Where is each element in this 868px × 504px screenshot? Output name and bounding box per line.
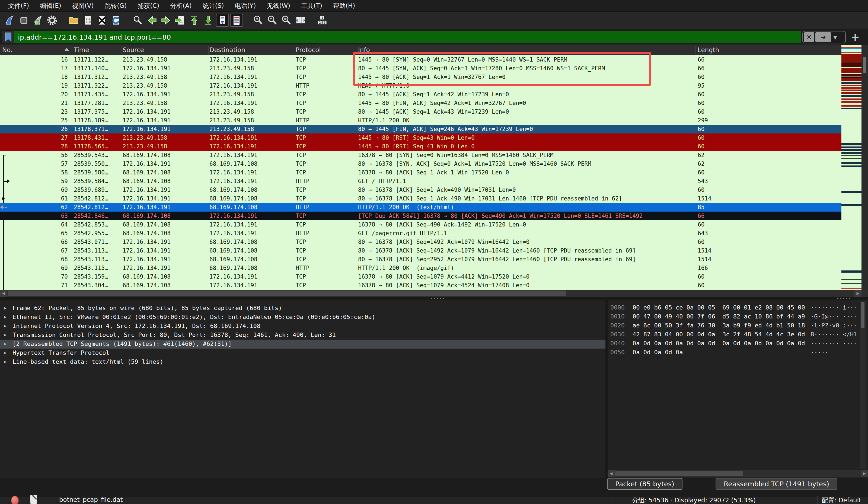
hex-row-0050[interactable]: 00500a 0d 0a 0d 0a·····: [608, 348, 868, 357]
clear-filter-icon[interactable]: ✕: [804, 32, 814, 42]
scrollbar-thumb[interactable]: [8, 290, 566, 296]
detail-line-5[interactable]: ▶Hypertext Transfer Protocol: [0, 349, 606, 358]
packet-row-69[interactable]: 6928543.115…172.16.134.19168.169.174.108…: [0, 264, 841, 272]
expand-arrow-icon[interactable]: ▶: [4, 323, 7, 329]
display-filter-input[interactable]: ip.addr==172.16.134.191 and tcp.port==80: [14, 31, 801, 43]
save-file-icon[interactable]: 01010110: [81, 14, 94, 27]
hex-horizontal-scrollbar[interactable]: ◀ ▶: [608, 470, 868, 477]
packet-row-57[interactable]: 5728539.550…172.16.134.19168.169.174.108…: [0, 160, 841, 168]
hex-row-0040[interactable]: 00400a 0d 0a 0d 0a 0d 0a 0d 0a 0d 0a 0d …: [608, 339, 868, 348]
expand-arrow-icon[interactable]: ▶: [4, 359, 7, 364]
column-header-time[interactable]: Time: [74, 47, 89, 53]
scrollbar-thumb[interactable]: [863, 57, 866, 73]
zoom-in-icon[interactable]: [252, 14, 265, 27]
menu-item-0[interactable]: 文件(F): [3, 1, 34, 11]
scroll-right-icon[interactable]: ▶: [861, 470, 868, 477]
tab-packet-bytes[interactable]: Packet (85 bytes): [607, 478, 682, 490]
zoom-out-icon[interactable]: [266, 14, 279, 27]
menu-item-7[interactable]: 电话(Y): [229, 1, 261, 11]
intelligent-scrollbar-minimap[interactable]: [841, 45, 861, 290]
packet-row-66[interactable]: 6628543.071…172.16.134.19168.169.174.108…: [0, 238, 841, 246]
scrollbar-thumb[interactable]: [861, 302, 865, 328]
packet-row-20[interactable]: 2013171.435…172.16.134.191213.23.49.158T…: [0, 90, 841, 99]
find-packet-icon[interactable]: [131, 14, 144, 27]
go-top-icon[interactable]: [188, 14, 201, 27]
expand-arrow-icon[interactable]: ▶: [4, 341, 7, 347]
packet-row-64[interactable]: 6428542.853…68.169.174.108172.16.134.191…: [0, 220, 841, 229]
zoom-reset-icon[interactable]: [280, 14, 293, 27]
packet-row-27[interactable]: 2713178.431…213.23.49.158172.16.134.191T…: [0, 133, 841, 142]
column-divider[interactable]: [695, 45, 696, 54]
column-divider[interactable]: [71, 45, 71, 54]
packet-row-65[interactable]: 6528542.955…68.169.174.108172.16.134.191…: [0, 229, 841, 238]
packet-row-26[interactable]: 2613178.371…172.16.134.191213.23.49.158T…: [0, 125, 841, 133]
scrollbar-thumb[interactable]: [615, 471, 743, 476]
hex-row-0010[interactable]: 001000 47 00 49 40 00 7f 06 d5 82 ac 10 …: [608, 312, 868, 321]
column-header-proto[interactable]: Protocol: [296, 47, 321, 53]
menu-item-2[interactable]: 视图(V): [67, 1, 99, 11]
column-divider[interactable]: [122, 45, 122, 54]
menu-item-9[interactable]: 工具(T): [296, 1, 328, 11]
expert-info-icon[interactable]: [11, 496, 19, 504]
capture-options-icon[interactable]: [45, 14, 59, 27]
packet-row-56[interactable]: 5628539.543…68.169.174.108172.16.134.191…: [0, 151, 841, 160]
menu-item-10[interactable]: 帮助(H): [328, 1, 361, 11]
reset-layout-icon[interactable]: 123: [316, 14, 329, 27]
expand-arrow-icon[interactable]: ▶: [4, 305, 7, 311]
expand-arrow-icon[interactable]: ▶: [4, 350, 7, 356]
packet-list-vertical-scrollbar[interactable]: [861, 45, 868, 290]
filter-dropdown-icon[interactable]: ▼: [832, 34, 838, 40]
menu-item-3[interactable]: 跳转(G): [99, 1, 132, 11]
auto-scroll-icon[interactable]: [216, 14, 229, 27]
packet-row-68[interactable]: 6828543.113…172.16.134.19168.169.174.108…: [0, 255, 841, 264]
start-capture-icon[interactable]: [3, 14, 16, 27]
go-forward-icon[interactable]: [159, 14, 173, 27]
pane-splitter[interactable]: [0, 297, 868, 300]
column-header-src[interactable]: Source: [123, 47, 144, 53]
detail-line-4[interactable]: ▶[2 Reassembled TCP Segments (1491 bytes…: [0, 340, 606, 349]
column-header-dst[interactable]: Destination: [209, 47, 245, 53]
column-header-len[interactable]: Length: [698, 47, 719, 53]
go-to-packet-icon[interactable]: [174, 14, 187, 27]
hex-row-0000[interactable]: 000000 e0 b6 05 ce 0a 00 05 69 00 01 e2 …: [608, 303, 868, 312]
column-divider[interactable]: [294, 45, 295, 54]
expand-arrow-icon[interactable]: ▶: [4, 314, 7, 320]
column-header-no[interactable]: No.: [2, 47, 12, 53]
filter-bookmark-icon[interactable]: [2, 31, 14, 43]
packet-row-59[interactable]: 5928539.584…68.169.174.108172.16.134.191…: [0, 177, 841, 186]
close-file-icon[interactable]: [95, 14, 108, 27]
detail-line-6[interactable]: ▶Line-based text data: text/html (59 lin…: [0, 358, 606, 367]
column-divider[interactable]: [208, 45, 209, 54]
menu-item-8[interactable]: 无线(W): [261, 1, 296, 11]
stop-capture-icon[interactable]: [17, 14, 30, 27]
packet-row-63[interactable]: 6328542.846…68.169.174.108172.16.134.191…: [0, 212, 841, 220]
open-file-icon[interactable]: [67, 14, 80, 27]
capture-comment-icon[interactable]: [30, 495, 37, 504]
profile-label[interactable]: 配置: Default: [822, 496, 861, 504]
scroll-left-icon[interactable]: ◀: [0, 290, 7, 297]
packet-row-70[interactable]: 7028543.159…68.169.174.108172.16.134.191…: [0, 272, 841, 281]
go-back-icon[interactable]: [145, 14, 158, 27]
hex-row-0020[interactable]: 0020ae 6c 00 50 3f fa 76 30 3a b9 f9 ed …: [608, 321, 868, 330]
expand-arrow-icon[interactable]: ▶: [4, 332, 7, 338]
apply-filter-icon[interactable]: ➜: [815, 32, 831, 42]
splitter-handle[interactable]: [431, 298, 444, 299]
restart-capture-icon[interactable]: [31, 14, 44, 27]
hex-row-0030[interactable]: 003042 87 83 04 00 00 0d 0a 3c 2f 48 54 …: [608, 330, 868, 339]
scroll-right-icon[interactable]: ▶: [855, 290, 861, 297]
packet-list-horizontal-scrollbar[interactable]: ◀ ▶: [0, 290, 868, 297]
detail-hex-splitter[interactable]: [606, 300, 608, 478]
go-bottom-icon[interactable]: [202, 14, 215, 27]
hex-vertical-scrollbar[interactable]: [860, 301, 866, 469]
detail-line-3[interactable]: ▶Transmission Control Protocol, Src Port…: [0, 331, 606, 340]
colorize-icon[interactable]: [230, 14, 243, 27]
reload-file-icon[interactable]: [110, 14, 123, 27]
detail-line-0[interactable]: ▶Frame 62: Packet, 85 bytes on wire (680…: [0, 304, 606, 313]
packet-row-58[interactable]: 5828539.580…68.169.174.108172.16.134.191…: [0, 168, 841, 177]
packet-row-25[interactable]: 2513178.189…172.16.134.191213.23.49.158H…: [0, 116, 841, 125]
detail-line-2[interactable]: ▶Internet Protocol Version 4, Src: 172.1…: [0, 322, 606, 331]
detail-line-1[interactable]: ▶Ethernet II, Src: VMware_00:01:e2 (00:0…: [0, 313, 606, 322]
packet-row-62[interactable]: 6228542.812…172.16.134.19168.169.174.108…: [0, 203, 841, 212]
scroll-left-icon[interactable]: ◀: [608, 470, 614, 477]
tab-reassembled-tcp[interactable]: Reassembled TCP (1491 bytes): [715, 478, 837, 490]
